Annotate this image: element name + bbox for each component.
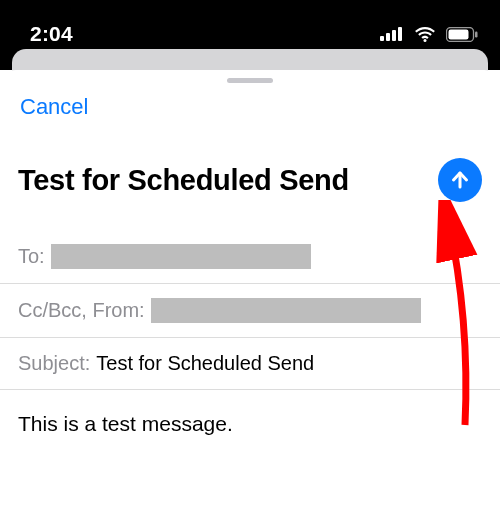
sheet-shelf bbox=[0, 58, 500, 70]
battery-icon bbox=[446, 27, 478, 42]
status-icons bbox=[380, 27, 478, 42]
svg-rect-7 bbox=[475, 31, 478, 37]
subject-field[interactable]: Subject: Test for Scheduled Send bbox=[0, 338, 500, 390]
svg-point-4 bbox=[424, 39, 427, 42]
send-button[interactable] bbox=[438, 158, 482, 202]
arrow-up-icon bbox=[448, 168, 472, 192]
svg-rect-2 bbox=[392, 30, 396, 41]
cancel-button[interactable]: Cancel bbox=[20, 94, 88, 120]
from-value-redacted bbox=[151, 298, 421, 323]
wifi-icon bbox=[414, 27, 436, 42]
svg-rect-0 bbox=[380, 36, 384, 41]
to-field[interactable]: To: bbox=[0, 230, 500, 284]
header-fields: To: Cc/Bcc, From: Subject: Test for Sche… bbox=[0, 230, 500, 458]
message-body[interactable]: This is a test message. bbox=[0, 390, 500, 458]
to-label: To: bbox=[18, 245, 45, 268]
compose-sheet: Cancel Test for Scheduled Send To: Cc/Bc… bbox=[0, 70, 500, 505]
compose-title: Test for Scheduled Send bbox=[18, 164, 349, 197]
cc-bcc-from-field[interactable]: Cc/Bcc, From: bbox=[0, 284, 500, 338]
sheet-grabber[interactable] bbox=[227, 78, 273, 83]
subject-label: Subject: bbox=[18, 352, 90, 375]
status-time: 2:04 bbox=[30, 22, 73, 46]
subject-value: Test for Scheduled Send bbox=[96, 352, 314, 375]
to-value-redacted bbox=[51, 244, 311, 269]
svg-rect-3 bbox=[398, 27, 402, 41]
svg-rect-6 bbox=[449, 29, 469, 39]
title-row: Test for Scheduled Send bbox=[18, 158, 482, 202]
ccbcc-label: Cc/Bcc, From: bbox=[18, 299, 145, 322]
cellular-icon bbox=[380, 27, 404, 41]
svg-rect-1 bbox=[386, 33, 390, 41]
